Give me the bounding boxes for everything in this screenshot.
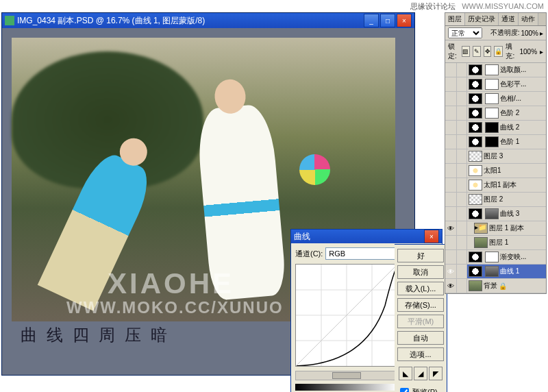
lock-all-icon[interactable]: 🔒 bbox=[494, 46, 503, 57]
visibility-toggle-icon[interactable] bbox=[445, 77, 457, 91]
preview-checkbox-label[interactable]: 预览(P) bbox=[397, 386, 444, 392]
layer-name[interactable]: 曲线 3 bbox=[500, 209, 521, 219]
layer-list[interactable]: 选取颜...色彩平...色相/...色阶 2曲线 2色阶 1图层 3太阳1太阳1… bbox=[445, 63, 546, 293]
maximize-button[interactable]: □ bbox=[380, 14, 395, 27]
eyedropper-gray-icon[interactable]: ◢ bbox=[414, 367, 427, 380]
layer-name[interactable]: 图层 2 bbox=[484, 195, 504, 204]
cancel-button[interactable]: 取消 bbox=[397, 265, 444, 279]
layer-row[interactable]: 👁▸📁图层 1 副本 bbox=[445, 221, 546, 236]
link-cell[interactable] bbox=[457, 250, 467, 264]
link-cell[interactable] bbox=[457, 207, 467, 221]
link-cell[interactable] bbox=[457, 135, 467, 149]
layer-name[interactable]: 选取颜... bbox=[500, 65, 527, 75]
options-button[interactable]: 选项... bbox=[397, 347, 444, 361]
minimize-button[interactable]: _ bbox=[364, 14, 379, 27]
mask-thumb-icon bbox=[485, 208, 499, 219]
save-button[interactable]: 存储(S)... bbox=[397, 298, 444, 312]
layer-row[interactable]: 色阶 1 bbox=[445, 135, 546, 149]
layer-name[interactable]: 色相/... bbox=[500, 94, 523, 103]
layer-row[interactable]: 曲线 3 bbox=[445, 207, 546, 221]
tab-actions[interactable]: 动作 bbox=[519, 13, 538, 25]
layer-row[interactable]: 图层 2 bbox=[445, 193, 546, 207]
link-cell[interactable] bbox=[457, 221, 467, 235]
layer-name[interactable]: 色阶 1 bbox=[500, 137, 521, 147]
blend-mode-select[interactable]: 正常 bbox=[448, 27, 482, 38]
layer-row[interactable]: 渐变映... bbox=[445, 250, 546, 265]
tab-history[interactable]: 历史记录 bbox=[465, 13, 499, 25]
layer-row[interactable]: 太阳1 副本 bbox=[445, 178, 546, 193]
link-cell[interactable] bbox=[457, 121, 467, 134]
preview-checkbox[interactable] bbox=[400, 388, 409, 392]
forum-link[interactable]: 思缘设计论坛 bbox=[410, 2, 456, 10]
layer-name[interactable]: 背景 bbox=[484, 281, 499, 291]
visibility-toggle-icon[interactable] bbox=[445, 92, 457, 106]
layer-name[interactable]: 图层 3 bbox=[484, 151, 504, 161]
layer-name[interactable]: 图层 1 bbox=[489, 238, 510, 247]
layer-name[interactable]: 曲线 1 bbox=[500, 267, 521, 276]
layer-name[interactable]: 色彩平... bbox=[500, 79, 527, 89]
layer-row[interactable]: 图层 1 bbox=[445, 236, 546, 250]
smooth-button[interactable]: 平滑(M) bbox=[397, 315, 444, 328]
layer-row[interactable]: 图层 3 bbox=[445, 149, 546, 164]
opacity-value[interactable]: 100% bbox=[521, 29, 538, 37]
layer-name[interactable]: 太阳1 bbox=[484, 166, 503, 175]
eyedropper-black-icon[interactable]: ◣ bbox=[399, 367, 412, 380]
layer-name[interactable]: 曲线 2 bbox=[500, 123, 521, 132]
layer-row[interactable]: 👁曲线 1 bbox=[445, 265, 546, 279]
layer-name[interactable]: 渐变映... bbox=[500, 252, 527, 262]
visibility-toggle-icon[interactable] bbox=[445, 149, 457, 163]
visibility-toggle-icon[interactable] bbox=[445, 178, 457, 192]
ok-button[interactable]: 好 bbox=[397, 249, 444, 262]
tab-channels[interactable]: 通道 bbox=[499, 13, 519, 25]
layer-name[interactable]: 色阶 2 bbox=[500, 108, 521, 118]
visibility-toggle-icon[interactable] bbox=[445, 207, 457, 221]
lock-label: 锁定: bbox=[448, 42, 459, 61]
visibility-toggle-icon[interactable] bbox=[445, 121, 457, 134]
visibility-toggle-icon[interactable]: 👁 bbox=[445, 221, 457, 235]
document-titlebar[interactable]: IMG_0434 副本.PSD @ 16.7% (曲线 1, 图层蒙版/8) _… bbox=[2, 13, 414, 28]
layer-row[interactable]: 曲线 2 bbox=[445, 121, 546, 135]
close-button[interactable]: × bbox=[397, 14, 412, 27]
link-cell[interactable] bbox=[457, 63, 467, 77]
link-cell[interactable] bbox=[457, 178, 467, 192]
visibility-toggle-icon[interactable]: 👁 bbox=[445, 279, 457, 293]
link-cell[interactable] bbox=[457, 164, 467, 177]
visibility-toggle-icon[interactable] bbox=[445, 164, 457, 177]
curve-graph[interactable] bbox=[295, 264, 398, 367]
visibility-toggle-icon[interactable] bbox=[445, 250, 457, 264]
auto-button[interactable]: 自动 bbox=[397, 331, 444, 345]
lock-paint-icon[interactable]: ✎ bbox=[473, 46, 481, 57]
visibility-toggle-icon[interactable] bbox=[445, 193, 457, 206]
visibility-toggle-icon[interactable] bbox=[445, 63, 457, 77]
fill-value[interactable]: 100% bbox=[519, 48, 537, 56]
layer-row[interactable]: 色彩平... bbox=[445, 77, 546, 92]
link-cell[interactable] bbox=[457, 106, 467, 120]
layer-row[interactable]: 选取颜... bbox=[445, 63, 546, 77]
link-cell[interactable] bbox=[457, 92, 467, 106]
layer-row[interactable]: 色相/... bbox=[445, 92, 546, 106]
layer-row[interactable]: 色阶 2 bbox=[445, 106, 546, 121]
layer-name[interactable]: 太阳1 副本 bbox=[484, 180, 518, 190]
curves-close-button[interactable]: × bbox=[424, 230, 439, 243]
link-cell[interactable] bbox=[457, 265, 467, 278]
curve-zoom-slider[interactable] bbox=[295, 371, 398, 380]
link-cell[interactable] bbox=[457, 149, 467, 163]
load-button[interactable]: 载入(L)... bbox=[397, 282, 444, 295]
eyedropper-white-icon[interactable]: ◤ bbox=[429, 367, 443, 380]
input-gradient bbox=[295, 384, 397, 391]
link-cell[interactable] bbox=[457, 77, 467, 91]
layer-row[interactable]: 太阳1 bbox=[445, 164, 546, 178]
visibility-toggle-icon[interactable] bbox=[445, 236, 457, 249]
lock-transparency-icon[interactable]: ▨ bbox=[462, 46, 470, 57]
visibility-toggle-icon[interactable] bbox=[445, 106, 457, 120]
layer-row[interactable]: 👁背景🔒 bbox=[445, 279, 546, 293]
curves-titlebar[interactable]: 曲线 × bbox=[291, 230, 442, 243]
link-cell[interactable] bbox=[457, 279, 467, 293]
tab-layers[interactable]: 图层 bbox=[445, 13, 465, 25]
link-cell[interactable] bbox=[457, 193, 467, 206]
lock-position-icon[interactable]: ✥ bbox=[484, 46, 492, 57]
layer-name[interactable]: 图层 1 副本 bbox=[489, 223, 525, 233]
visibility-toggle-icon[interactable] bbox=[445, 135, 457, 149]
link-cell[interactable] bbox=[457, 236, 467, 249]
visibility-toggle-icon[interactable]: 👁 bbox=[445, 265, 457, 278]
